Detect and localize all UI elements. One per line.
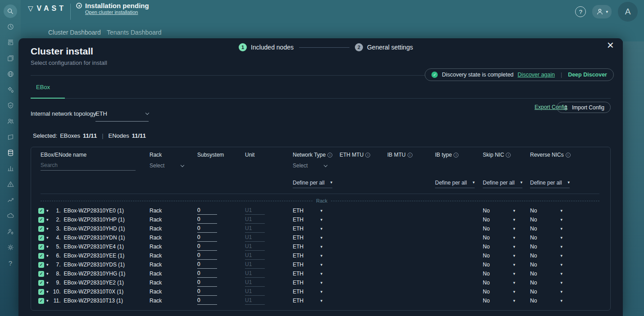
sidebar-item-activity[interactable] xyxy=(0,19,21,35)
unit-input[interactable] xyxy=(245,243,265,251)
unit-input[interactable] xyxy=(245,288,265,296)
reverse-nics-select[interactable]: No▾ xyxy=(530,298,562,304)
unit-input[interactable] xyxy=(245,261,265,269)
define-per-all-skip-nic[interactable]: Define per all▾ xyxy=(483,180,522,188)
open-cluster-installation-link[interactable]: Open cluster installation xyxy=(85,9,149,15)
define-per-all-reverse-nics[interactable]: Define per all▾ xyxy=(530,180,570,188)
subsystem-input[interactable] xyxy=(197,234,217,242)
unit-input[interactable] xyxy=(245,252,265,260)
network-type-select[interactable]: ETH▾ xyxy=(293,226,322,232)
row-checkbox[interactable]: ✓ xyxy=(38,208,44,214)
unit-input[interactable] xyxy=(245,270,265,278)
subsystem-input[interactable] xyxy=(197,243,217,251)
subsystem-input[interactable] xyxy=(197,288,217,296)
row-expand-caret[interactable]: ▾ xyxy=(46,254,49,258)
sidebar-item-settings[interactable] xyxy=(0,239,21,255)
sidebar-item-alarms[interactable] xyxy=(0,176,21,192)
avatar[interactable]: A xyxy=(618,2,638,22)
network-type-select[interactable]: ETH▾ xyxy=(293,262,322,268)
row-expand-caret[interactable]: ▾ xyxy=(46,281,49,285)
row-expand-caret[interactable]: ▾ xyxy=(46,272,49,276)
reverse-nics-select[interactable]: No▾ xyxy=(530,226,562,232)
sidebar-item-security[interactable] xyxy=(0,98,21,113)
info-icon[interactable]: i xyxy=(365,153,370,158)
rack-filter-select[interactable]: Select xyxy=(150,163,184,169)
discover-again-link[interactable]: Discover again xyxy=(517,72,555,78)
skip-nic-select[interactable]: No▾ xyxy=(483,217,515,223)
row-expand-caret[interactable]: ▾ xyxy=(46,263,49,267)
row-checkbox[interactable]: ✓ xyxy=(38,253,44,259)
reverse-nics-select[interactable]: No▾ xyxy=(530,244,562,250)
sidebar-item-network-settings[interactable] xyxy=(0,82,21,98)
skip-nic-select[interactable]: No▾ xyxy=(483,208,515,214)
info-icon[interactable]: i xyxy=(408,153,413,158)
reverse-nics-select[interactable]: No▾ xyxy=(530,217,562,223)
info-icon[interactable]: i xyxy=(566,153,571,158)
reverse-nics-select[interactable]: No▾ xyxy=(530,271,562,277)
network-type-filter-select[interactable]: Select xyxy=(293,163,327,169)
search-input[interactable] xyxy=(41,161,136,171)
network-type-select[interactable]: ETH▾ xyxy=(293,271,322,277)
info-icon[interactable]: i xyxy=(454,153,458,158)
sidebar-item-analytics[interactable] xyxy=(0,161,21,176)
define-per-all-network-type[interactable]: Define per all▾ xyxy=(293,180,332,188)
sidebar-item-racks[interactable] xyxy=(0,35,21,50)
unit-input[interactable] xyxy=(245,207,265,215)
sidebar-item-search[interactable] xyxy=(0,3,21,19)
info-icon[interactable]: i xyxy=(506,153,511,158)
skip-nic-select[interactable]: No▾ xyxy=(483,253,515,259)
reverse-nics-select[interactable]: No▾ xyxy=(530,280,562,286)
sidebar-item-catalog[interactable] xyxy=(0,208,21,224)
define-per-all-ib-type[interactable]: Define per all▾ xyxy=(435,180,475,188)
tab-cluster-dashboard[interactable]: Cluster Dashboard xyxy=(48,29,101,36)
reverse-nics-select[interactable]: No▾ xyxy=(530,208,562,214)
network-type-select[interactable]: ETH▾ xyxy=(293,217,322,223)
reverse-nics-select[interactable]: No▾ xyxy=(530,235,562,241)
unit-input[interactable] xyxy=(245,216,265,224)
subsystem-input[interactable] xyxy=(197,207,217,215)
network-type-select[interactable]: ETH▾ xyxy=(293,298,322,304)
unit-input[interactable] xyxy=(245,225,265,233)
subsystem-input[interactable] xyxy=(197,225,217,233)
unit-input[interactable] xyxy=(245,297,265,305)
sidebar-item-globe[interactable] xyxy=(0,66,21,82)
row-expand-caret[interactable]: ▾ xyxy=(46,299,49,303)
skip-nic-select[interactable]: No▾ xyxy=(483,262,515,268)
row-expand-caret[interactable]: ▾ xyxy=(46,209,49,213)
network-type-select[interactable]: ETH▾ xyxy=(293,280,322,286)
reverse-nics-select[interactable]: No▾ xyxy=(530,253,562,259)
subsystem-input[interactable] xyxy=(197,261,217,269)
sidebar-item-help[interactable]: ? xyxy=(0,255,21,271)
user-menu[interactable]: ▾ xyxy=(592,5,612,18)
skip-nic-select[interactable]: No▾ xyxy=(483,289,515,295)
skip-nic-select[interactable]: No▾ xyxy=(483,271,515,277)
tab-tenants-dashboard[interactable]: Tenants Dashboard xyxy=(107,29,161,36)
network-type-select[interactable]: ETH▾ xyxy=(293,289,322,295)
row-expand-caret[interactable]: ▾ xyxy=(46,245,49,249)
row-checkbox[interactable]: ✓ xyxy=(38,226,44,232)
row-expand-caret[interactable]: ▾ xyxy=(46,290,49,294)
sidebar-item-user-management[interactable] xyxy=(0,224,21,239)
row-checkbox[interactable]: ✓ xyxy=(38,217,44,223)
subsystem-input[interactable] xyxy=(197,279,217,287)
reverse-nics-select[interactable]: No▾ xyxy=(530,262,562,268)
network-type-select[interactable]: ETH▾ xyxy=(293,235,322,241)
row-expand-caret[interactable]: ▾ xyxy=(46,218,49,222)
row-checkbox[interactable]: ✓ xyxy=(38,244,44,250)
unit-input[interactable] xyxy=(245,279,265,287)
subsystem-input[interactable] xyxy=(197,270,217,278)
network-type-select[interactable]: ETH▾ xyxy=(293,208,322,214)
unit-input[interactable] xyxy=(245,234,265,242)
row-checkbox[interactable]: ✓ xyxy=(38,262,44,268)
row-expand-caret[interactable]: ▾ xyxy=(46,236,49,240)
subsystem-input[interactable] xyxy=(197,297,217,305)
tab-ebox[interactable]: EBox xyxy=(36,84,50,90)
sidebar-item-database[interactable] xyxy=(0,145,21,161)
row-checkbox[interactable]: ✓ xyxy=(38,280,44,286)
skip-nic-select[interactable]: No▾ xyxy=(483,244,515,250)
reverse-nics-select[interactable]: No▾ xyxy=(530,289,562,295)
sidebar-item-performance[interactable] xyxy=(0,192,21,208)
skip-nic-select[interactable]: No▾ xyxy=(483,226,515,232)
row-checkbox[interactable]: ✓ xyxy=(38,298,44,304)
help-icon[interactable]: ? xyxy=(575,6,586,17)
